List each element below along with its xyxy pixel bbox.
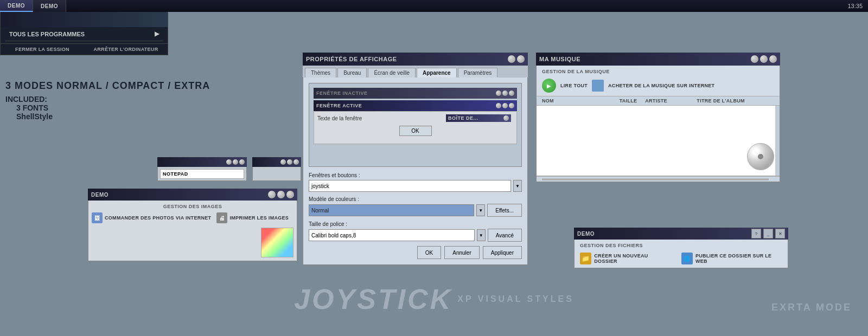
- music-scrollbar[interactable]: [775, 106, 780, 176]
- photo-action-2[interactable]: 🖨 Imprimer les images: [216, 212, 289, 223]
- file-action-1[interactable]: 📁 Créer un nouveau dossier: [580, 253, 671, 264]
- music-play-all[interactable]: Lire tout: [560, 83, 588, 88]
- music-section-title: Gestion de la musique: [537, 66, 780, 76]
- tab-parametres[interactable]: Paramètres: [458, 68, 498, 77]
- photo-titlebar: DEMO: [88, 189, 297, 201]
- field-row-windows: ▼: [309, 180, 522, 192]
- demo-photo-window: DEMO Gestion des images 🖼 Commander des …: [88, 189, 297, 261]
- display-props-window: Propriétés de Affichage Thèmes Bureau Éc…: [303, 53, 528, 265]
- photo-win-controls: [268, 191, 294, 198]
- info-shellstyle: ShellStyle: [16, 112, 210, 121]
- compact-blank-controls: [280, 159, 299, 165]
- inactive-window: Fenêtre inactive Fenêtre active: [314, 88, 517, 144]
- btn-ok[interactable]: OK: [417, 246, 441, 259]
- music-col-artiste: Artiste: [645, 98, 697, 104]
- compact-notepad-inner: NOTEPAD: [160, 169, 244, 179]
- taskbar: DEMO DEMO 13:35: [0, 0, 868, 12]
- music-play-btn[interactable]: ▶: [542, 79, 556, 93]
- file-wc-help[interactable]: ?: [751, 229, 761, 238]
- active-title-text: Fenêtre active: [316, 103, 362, 108]
- input-windows[interactable]: [309, 180, 511, 192]
- start-menu-divider: [5, 41, 163, 41]
- active-titlebar: Fenêtre active: [314, 100, 517, 111]
- music-progress: [537, 176, 780, 182]
- music-cd-hole: [758, 154, 763, 159]
- tab-apparence[interactable]: Apparence: [417, 68, 457, 77]
- file-action-2[interactable]: 🌐 Publier ce dossier sur le Web: [681, 253, 782, 264]
- start-menu-fermer[interactable]: Fermer la session: [1, 44, 84, 55]
- disp-footer: OK Annuler Appliquer: [309, 246, 522, 259]
- taskbar-btn-1[interactable]: DEMO: [0, 0, 33, 12]
- wc-s2[interactable]: [233, 159, 238, 165]
- bottom-brand: JOYSTICK XP VISUAL STYLES: [294, 283, 574, 315]
- label-police: Taille de police :: [309, 221, 522, 227]
- music-col-album: Titre de l'album: [697, 98, 774, 104]
- wc-s3[interactable]: [239, 159, 245, 165]
- compact-notepad-titlebar: [157, 157, 247, 167]
- start-menu-arreter[interactable]: Arrêter l'ordinateur: [84, 44, 168, 55]
- file-wc-close[interactable]: ✕: [775, 229, 785, 238]
- input-police[interactable]: [309, 229, 475, 241]
- file-wc-min[interactable]: _: [763, 229, 773, 238]
- btn-annuler[interactable]: Annuler: [444, 246, 479, 259]
- photo-wc-max[interactable]: [277, 191, 285, 198]
- taskbar-btn-2[interactable]: DEMO: [33, 0, 66, 12]
- btn-appliquer[interactable]: Appliquer: [483, 246, 522, 259]
- music-buy-online[interactable]: Acheter de la musique sur Internet: [608, 83, 714, 88]
- dialog-box-preview: Boîte de...: [446, 114, 511, 122]
- input-couleurs[interactable]: [309, 204, 474, 216]
- wc-s1[interactable]: [226, 159, 232, 165]
- file-section-title: Gestion des fichiers: [580, 243, 782, 248]
- tab-bureau[interactable]: Bureau: [337, 68, 367, 77]
- tab-themes[interactable]: Thèmes: [305, 68, 336, 77]
- display-props-titlebar: Propriétés de Affichage: [303, 53, 528, 66]
- file-manager-window: DEMO ? _ ✕ Gestion des fichiers 📁 Créer …: [574, 228, 788, 268]
- music-win-controls: [751, 55, 777, 63]
- photo-wc-min[interactable]: [268, 191, 276, 198]
- music-buy-icon: [592, 80, 604, 92]
- music-wc-max[interactable]: [760, 55, 768, 63]
- arrow-couleurs[interactable]: ▼: [476, 204, 485, 216]
- arrow-windows[interactable]: ▼: [513, 180, 522, 192]
- display-props-win-controls: [508, 55, 525, 63]
- preview-area: Fenêtre inactive Fenêtre active: [309, 83, 522, 167]
- brand-small-text: XP VISUAL STYLES: [457, 294, 574, 303]
- file-win-controls: ? _ ✕: [751, 229, 785, 238]
- btn-avance[interactable]: Avancé: [488, 229, 522, 242]
- iwc3: [509, 91, 514, 96]
- info-included: INCLUDED:: [5, 95, 210, 104]
- btn-effets[interactable]: Effets...: [487, 204, 522, 217]
- taskbar-left: DEMO DEMO: [0, 0, 66, 12]
- wc-s5[interactable]: [287, 159, 292, 165]
- display-props-title-text: Propriétés de Affichage: [306, 56, 397, 62]
- music-wc-close[interactable]: [769, 55, 777, 63]
- brand-big-text: JOYSTICK: [294, 283, 452, 315]
- photo-action-1-label: Commander des photos via Internet: [105, 215, 211, 221]
- label-windows-buttons: Fenêtres et boutons :: [309, 172, 522, 178]
- extra-mode-text: EXRTA MODE: [771, 302, 852, 313]
- arrow-police[interactable]: ▼: [477, 229, 486, 241]
- music-col-nom: Nom: [542, 98, 620, 104]
- music-wc-min[interactable]: [751, 55, 758, 63]
- wc-s6[interactable]: [293, 159, 299, 165]
- field-row-couleurs: ▼ Effets...: [309, 204, 522, 217]
- info-fonts: 3 FONTS: [16, 104, 210, 112]
- photo-actions: 🖼 Commander des photos via Internet 🖨 Im…: [92, 212, 293, 223]
- compact-notepad-body: NOTEPAD: [157, 167, 247, 181]
- photo-action-1[interactable]: 🖼 Commander des photos via Internet: [92, 212, 211, 223]
- file-icon-2: 🌐: [681, 253, 693, 264]
- file-icon-1: 📁: [580, 253, 591, 264]
- display-props-wc-close[interactable]: [517, 55, 525, 63]
- photo-body: Gestion des images 🖼 Commander des photo…: [88, 201, 297, 261]
- compact-notepad-controls: [226, 159, 245, 165]
- wc-s4[interactable]: [280, 159, 286, 165]
- music-cd: [747, 143, 774, 170]
- ok-btn-preview[interactable]: OK: [399, 126, 432, 136]
- display-props-wc-help[interactable]: [508, 55, 515, 63]
- tab-ecran-veille[interactable]: Écran de veille: [368, 68, 416, 77]
- awc2: [502, 103, 508, 108]
- photo-wc-close[interactable]: [286, 191, 294, 198]
- start-menu-all-programs[interactable]: Tous les programmes ▶: [1, 27, 168, 41]
- dialog-box-text: Boîte de...: [448, 115, 478, 121]
- taskbar-time: 13:35: [847, 3, 868, 9]
